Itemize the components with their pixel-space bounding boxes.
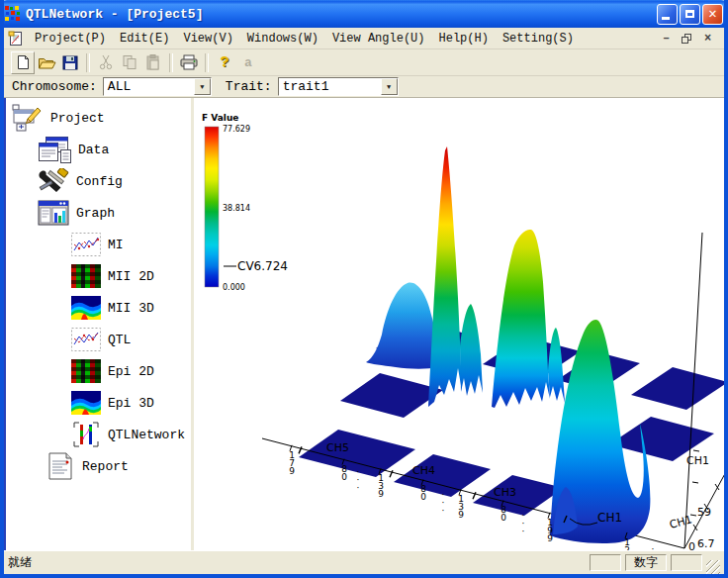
surface-3d-plot[interactable]: F Value 77.629 38.814 0.000 CV6.724 — [194, 98, 724, 550]
status-num-indicator: 数字 — [625, 554, 667, 571]
menu-view-angle[interactable]: View Angle(U) — [325, 30, 432, 48]
resize-grip[interactable] — [706, 560, 720, 574]
menu-windows[interactable]: Windows(W) — [240, 30, 325, 48]
paste-button[interactable] — [141, 51, 165, 74]
peak-red-spike — [428, 146, 462, 407]
cut-scissors-icon — [98, 54, 114, 70]
sidebar-item-label: Epi 2D — [108, 364, 154, 379]
chromosome-dropdown-button[interactable]: ▼ — [194, 78, 211, 95]
svg-text:139: 139 — [458, 494, 464, 520]
font-a-icon: a — [244, 55, 252, 70]
svg-text:80: 80 — [341, 464, 347, 482]
sidebar-item-label: Data — [78, 143, 109, 157]
menu-edit[interactable]: Edit(E) — [113, 30, 176, 48]
sidebar-item-config[interactable]: Config — [38, 166, 123, 196]
print-button[interactable] — [177, 51, 201, 74]
help-icon: ? — [220, 54, 228, 71]
minimize-button[interactable] — [657, 4, 678, 25]
svg-text:CH3: CH3 — [494, 486, 516, 499]
menu-project[interactable]: Project(P) — [28, 30, 113, 48]
contour-3d-icon — [71, 391, 101, 415]
graph-window-icon — [38, 200, 69, 226]
toolbar-separator — [205, 53, 209, 72]
cv-threshold-label: CV6.724 — [237, 259, 288, 273]
sidebar-item-label: QTLNetwork — [108, 428, 185, 442]
sidebar-item-graph[interactable]: Graph — [38, 198, 115, 228]
peak-yellow-side-spike — [548, 328, 565, 403]
svg-text:139: 139 — [378, 473, 384, 499]
menu-view[interactable]: View(V) — [176, 30, 239, 48]
restore-icon — [682, 34, 692, 44]
svg-text:0: 0 — [688, 540, 695, 550]
menu-setting[interactable]: Setting(S) — [496, 30, 581, 48]
cut-button[interactable] — [94, 51, 118, 74]
trait-select[interactable]: trait1 ▼ — [278, 77, 399, 96]
line-chart-icon — [71, 328, 101, 351]
close-icon: ✕ — [708, 7, 716, 21]
copy-button[interactable] — [118, 51, 141, 74]
minimize-icon — [662, 17, 670, 20]
open-folder-icon — [38, 55, 56, 70]
sidebar-item-label: Graph — [76, 206, 115, 221]
trait-label: Trait: — [226, 79, 272, 94]
svg-text:CH4: CH4 — [412, 464, 435, 477]
save-button[interactable] — [58, 51, 82, 74]
report-icon — [44, 451, 75, 481]
sidebar-item-label: Epi 3D — [108, 396, 154, 411]
sidebar-item-qtlnetwork[interactable]: QTLNetwork — [71, 420, 185, 449]
sidebar-item-label: QTL — [108, 333, 131, 347]
svg-text:···: ··· — [357, 467, 360, 493]
plot-area[interactable]: F Value 77.629 38.814 0.000 CV6.724 — [194, 98, 724, 550]
sidebar-item-label: MII 3D — [108, 301, 154, 316]
sidebar-item-mii-3d[interactable]: MII 3D — [71, 293, 154, 323]
chevron-down-icon: ▼ — [200, 83, 204, 91]
sidebar-item-label: MI — [108, 238, 124, 252]
close-button[interactable]: ✕ — [702, 4, 723, 25]
sidebar-item-mi[interactable]: MI — [71, 230, 124, 259]
title-bar[interactable]: QTLNetwork - [Project5] ✕ — [0, 0, 728, 28]
sidebar-item-mii-2d[interactable]: MII 2D — [71, 261, 154, 291]
chromosome-select[interactable]: ALL ▼ — [103, 77, 212, 96]
save-floppy-icon — [62, 55, 78, 70]
colorbar-mid: 38.814 — [223, 204, 250, 213]
open-button[interactable] — [35, 51, 58, 74]
copy-icon — [122, 54, 137, 70]
mdi-close-button[interactable]: × — [699, 31, 716, 46]
trait-value: trait1 — [279, 78, 381, 95]
sidebar-item-report[interactable]: Report — [44, 451, 129, 481]
sidebar-item-label: Project — [50, 111, 105, 126]
contour-3d-icon — [71, 296, 101, 320]
heatmap-2d-icon — [71, 264, 101, 288]
status-panel-empty — [590, 554, 621, 571]
chromosome-value: ALL — [104, 78, 194, 95]
maximize-icon — [685, 10, 694, 18]
svg-text:···: ··· — [522, 511, 525, 536]
svg-text:179: 179 — [289, 450, 295, 476]
svg-text:199: 199 — [547, 518, 553, 543]
sidebar-item-epi-2d[interactable]: Epi 2D — [71, 356, 154, 386]
sidebar-item-qtl[interactable]: QTL — [71, 325, 131, 354]
colorbar: F Value 77.629 38.814 0.000 CV6.724 — [202, 113, 288, 292]
trait-dropdown-button[interactable]: ▼ — [381, 78, 398, 95]
maximize-button[interactable] — [680, 4, 700, 25]
svg-text:CH1: CH1 — [686, 454, 709, 467]
sidebar-item-label: MII 2D — [108, 269, 154, 284]
new-button[interactable] — [11, 51, 35, 74]
mdi-minimize-button[interactable]: – — [658, 31, 675, 46]
sidebar-item-label: Config — [76, 174, 123, 189]
new-file-icon — [16, 54, 31, 70]
sidebar-item-data[interactable]: Data — [38, 135, 109, 164]
colorbar-max: 77.629 — [223, 125, 250, 134]
help-button[interactable]: ? — [213, 51, 236, 74]
peak-red-side-spike — [460, 304, 483, 396]
sidebar-item-project[interactable]: Project — [12, 103, 105, 133]
font-button[interactable]: a — [236, 51, 260, 74]
filter-bar: Chromosome: ALL ▼ Trait: trait1 ▼ — [4, 76, 724, 98]
mdi-restore-button[interactable] — [679, 31, 695, 46]
status-text: 就绪 — [8, 554, 32, 571]
document-icon — [8, 31, 24, 47]
menu-help[interactable]: Help(H) — [432, 30, 496, 48]
sidebar-item-epi-3d[interactable]: Epi 3D — [71, 388, 154, 418]
printer-icon — [180, 54, 198, 70]
peak-yellow-spike — [492, 230, 550, 408]
